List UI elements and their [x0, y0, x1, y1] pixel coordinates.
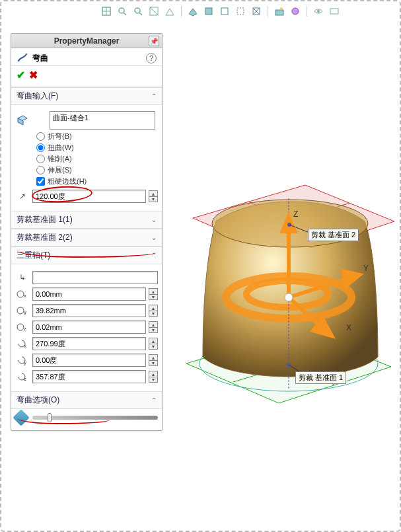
radio-bend[interactable]: 折弯(B) [36, 132, 158, 141]
section-flex-input[interactable]: 弯曲输入(F) ⌃ [11, 87, 162, 105]
section-flex-options[interactable]: 弯曲选项(O) ⌃ [11, 391, 162, 409]
hide-show-icon[interactable] [312, 5, 324, 17]
slider-knob[interactable] [48, 413, 52, 422]
svg-rect-9 [237, 8, 244, 15]
cz-input[interactable] [32, 321, 146, 334]
cz-icon: z [15, 320, 30, 334]
cy-icon: y [15, 303, 30, 318]
pm-titlebar: PropertyManager 📌 [11, 34, 162, 48]
ry-icon: y [15, 353, 30, 367]
cz-spin[interactable]: ▲▼ [149, 321, 158, 333]
svg-point-12 [280, 7, 283, 10]
rx-icon: x [15, 336, 30, 351]
chevron-down-icon: ⌄ [151, 216, 157, 223]
body-select-icon [15, 113, 30, 128]
ry-spin[interactable]: ▲▼ [149, 354, 158, 366]
viewport-scene: Z Y X [166, 33, 398, 403]
display-shaded-icon[interactable] [203, 5, 215, 17]
view-orientation-icon[interactable] [164, 5, 176, 17]
radio-taper[interactable]: 锥削(A) [36, 154, 158, 164]
cx-icon: x [15, 287, 30, 301]
display-hidden-visible-icon[interactable] [235, 5, 246, 17]
svg-text:-: - [135, 9, 137, 13]
display-wireframe-icon[interactable] [250, 5, 262, 17]
feature-header: 弯曲 ? [11, 48, 162, 66]
axis-z-label: Z [293, 209, 298, 219]
toolbar-sep-2 [268, 6, 268, 17]
help-icon[interactable]: ? [146, 53, 157, 63]
flex-type-group: 折弯(B) 扭曲(W) 锥削(A) 伸展(S) [36, 132, 158, 175]
cx-input[interactable] [32, 287, 146, 301]
svg-text:x: x [24, 293, 26, 299]
flex-feature-icon [17, 52, 28, 64]
rz-spin[interactable]: ▲▼ [149, 371, 158, 383]
rz-icon: z [15, 369, 30, 384]
chevron-up-icon: ⌃ [151, 252, 157, 259]
quality-slider[interactable] [32, 416, 158, 420]
label-trim-plane-1[interactable]: 剪裁 基准面 1 [295, 371, 346, 384]
radio-stretch[interactable]: 伸展(S) [36, 165, 158, 175]
section-triad-label: 三重轴(T) [17, 250, 50, 261]
body-select-list[interactable]: 曲面-缝合1 [50, 111, 155, 130]
scene-icon[interactable] [273, 5, 285, 17]
svg-text:z: z [24, 376, 26, 382]
appearance-icon[interactable] [289, 5, 301, 17]
view-previous-icon[interactable]: - [132, 5, 144, 17]
section-trim1-label: 剪裁基准面 1(1) [17, 214, 73, 225]
flex-input-body: 曲面-缝合1 折弯(B) 扭曲(W) 锥削(A) 伸展(S) 粗硬边线(H) ↗… [11, 105, 162, 211]
quality-icon [13, 409, 29, 426]
flex-options-body [11, 409, 162, 430]
svg-point-1 [119, 8, 124, 13]
rx-spin[interactable]: ▲▼ [149, 338, 158, 350]
more-icon[interactable] [328, 5, 340, 17]
pm-title: PropertyManager [54, 36, 120, 46]
cy-spin[interactable]: ▲▼ [149, 305, 158, 317]
pushpin-icon[interactable]: 📌 [149, 36, 159, 46]
svg-point-42 [285, 293, 293, 301]
checkbox-hard-edges[interactable]: 粗硬边线(H) [36, 176, 158, 186]
svg-rect-11 [275, 10, 283, 15]
angle-spinner[interactable]: ▲▼ [149, 190, 158, 202]
view-toolbar: - [100, 5, 340, 17]
radio-twist[interactable]: 扭曲(W) [36, 143, 158, 153]
origin-select-icon: ↳ [15, 270, 30, 285]
section-trim2[interactable]: 剪裁基准面 2(2) ⌄ [11, 229, 162, 247]
angle-input[interactable] [32, 190, 146, 203]
svg-point-20 [17, 324, 24, 330]
svg-text:z: z [24, 326, 26, 332]
body-item: 曲面-缝合1 [53, 114, 89, 122]
cx-spin[interactable]: ▲▼ [149, 288, 158, 300]
section-flex-options-label: 弯曲选项(O) [17, 395, 59, 406]
axis-x-label: X [346, 323, 351, 332]
ry-input[interactable] [32, 354, 146, 367]
view-zoom-area-icon[interactable] [116, 5, 128, 17]
display-hidden-removed-icon[interactable] [219, 5, 231, 17]
cy-input[interactable] [32, 304, 146, 317]
ok-button[interactable]: ✔ [17, 69, 25, 81]
feature-title: 弯曲 [32, 53, 146, 64]
svg-line-4 [139, 13, 142, 15]
section-flex-input-label: 弯曲输入(F) [17, 91, 58, 102]
view-zoom-fit-icon[interactable] [100, 5, 112, 17]
angle-icon: ↗ [15, 189, 30, 204]
property-manager: PropertyManager 📌 弯曲 ? ✔ ✖ 弯曲输入(F) ⌃ 曲面-… [11, 33, 163, 431]
origin-select-input[interactable] [32, 271, 158, 284]
rx-input[interactable] [32, 337, 146, 350]
viewport[interactable]: Z Y X 剪裁 基准面 2 剪裁 基准面 1 [166, 33, 398, 496]
rz-input[interactable] [32, 370, 146, 383]
svg-rect-7 [205, 8, 212, 15]
section-trim1[interactable]: 剪裁基准面 1(1) ⌄ [11, 211, 162, 229]
ok-cancel-row: ✔ ✖ [11, 66, 162, 87]
svg-text:y: y [24, 309, 26, 315]
svg-rect-15 [330, 9, 338, 14]
view-section-icon[interactable] [148, 5, 160, 17]
section-triad[interactable]: 三重轴(T) ⌃ [11, 247, 162, 264]
display-shaded-edges-icon[interactable] [187, 5, 199, 17]
toolbar-sep-3 [307, 6, 307, 17]
triad-body: ↳ x ▲▼ y ▲▼ z ▲▼ x ▲▼ y ▲▼ z [11, 264, 162, 391]
label-trim-plane-2[interactable]: 剪裁 基准面 2 [308, 229, 359, 241]
chevron-down-icon: ⌄ [151, 234, 157, 241]
section-trim2-label: 剪裁基准面 2(2) [17, 232, 73, 243]
cancel-button[interactable]: ✖ [29, 69, 38, 81]
svg-text:y: y [24, 360, 26, 365]
